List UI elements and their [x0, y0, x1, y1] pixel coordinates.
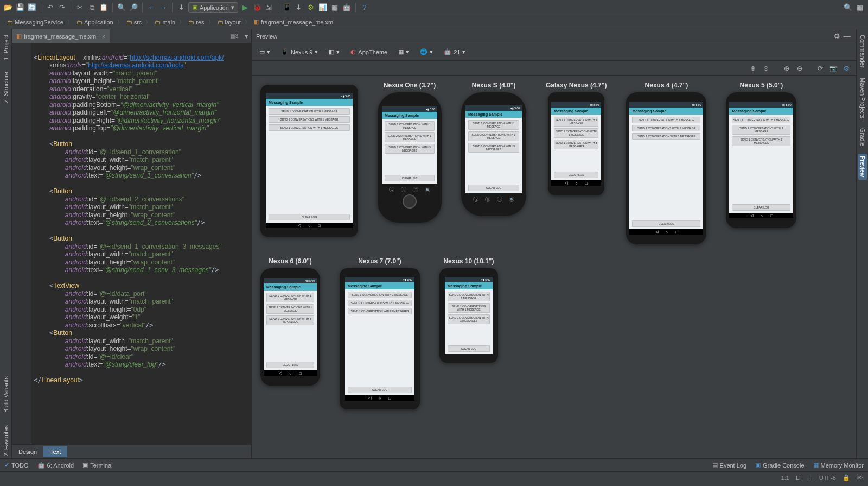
todo-tool[interactable]: ✔TODO [4, 462, 29, 469]
main-toolbar: 📂 💾 🔄 ↶ ↷ ✂ ⧉ 📋 🔍 🔎 ← → ⬇ ▣ Application … [0, 0, 868, 15]
text-tab[interactable]: Text [43, 446, 67, 457]
debug-icon[interactable]: 🐞 [252, 3, 262, 12]
build-variants-tab[interactable]: Build Variants [2, 374, 10, 415]
design-text-tabs: Design Text [12, 444, 251, 458]
preview-canvas[interactable]: ▾▮ 5:00 Messaging Sample SEND 1 CONVERSA… [252, 76, 856, 458]
open-icon[interactable]: 📂 [3, 3, 13, 12]
redo-icon[interactable]: ↷ [57, 3, 67, 12]
sdk-icon[interactable]: ⬇ [294, 3, 304, 12]
maven-tab[interactable]: Maven Projects [858, 75, 867, 121]
bottom-tool-bar: ✔TODO 🤖6: Android ▣Terminal ▤Event Log ▣… [0, 458, 868, 471]
project-tool-tab[interactable]: 1: Project [2, 33, 10, 62]
breadcrumb-item[interactable]: ◧fragment_message_me.xml [251, 17, 337, 27]
preview-header: Preview ⚙ — [252, 29, 856, 43]
structure-tool-tab[interactable]: Z: Structure [2, 70, 10, 105]
event-log-tool[interactable]: ▤Event Log [712, 462, 747, 469]
device-select[interactable]: ▭▾ [256, 47, 273, 56]
run-config-select[interactable]: ▣ Application ▾ [188, 2, 238, 13]
activity-select[interactable]: ▦▾ [395, 47, 412, 56]
device-preview[interactable]: Nexus 5 (5.0") ▾▮ 5:00 Messaging Sample … [726, 81, 796, 244]
paste-icon[interactable]: 📋 [99, 3, 108, 12]
zoom-actual-icon[interactable]: ⊕ [782, 64, 791, 73]
find-icon[interactable]: 🔍 [117, 3, 126, 12]
terminal-tool[interactable]: ▣Terminal [82, 462, 113, 469]
line-separator[interactable]: LF [796, 475, 803, 481]
help-icon[interactable]: ? [360, 3, 369, 12]
make-icon[interactable]: ⬇ [176, 3, 186, 12]
search-everywhere-icon[interactable]: 🔍 [843, 3, 853, 12]
settings-icon[interactable]: ▦ [855, 3, 865, 12]
breadcrumb-item[interactable]: 🗀src [124, 18, 145, 27]
memory-monitor-tool[interactable]: ▦Memory Monitor [813, 462, 864, 469]
screenshot-icon[interactable]: 📷 [829, 64, 838, 73]
commander-tab[interactable]: Commander [858, 33, 867, 70]
device-preview[interactable]: Nexus 6 (6.0") ▾▮ 5:00 Messaging Sample … [260, 257, 320, 409]
zoom-out-icon[interactable]: ⊖ [795, 64, 804, 73]
breadcrumb-item[interactable]: 🗀main [152, 18, 178, 27]
device-preview[interactable]: Nexus 10 (10.1") ▾▮ 5:00 Messaging Sampl… [439, 257, 498, 409]
dropdown-icon: ▾ [231, 4, 234, 11]
zoom-in-icon[interactable]: ⊕ [749, 64, 757, 73]
design-tab[interactable]: Design [12, 446, 43, 457]
editor-tab-bar: ◧ fragment_message_me.xml × ▦3 ▾ [12, 29, 251, 43]
back-icon[interactable]: ← [146, 3, 156, 12]
xml-file-icon: ◧ [16, 33, 22, 40]
gear-icon[interactable]: ⚙ [832, 31, 842, 41]
right-tool-gutter: Commander Maven Projects Gradle Preview [856, 29, 868, 458]
undo-icon[interactable]: ↶ [45, 3, 55, 12]
forward-icon[interactable]: → [158, 3, 168, 12]
zoom-fit-icon[interactable]: ⊙ [762, 64, 770, 73]
api-select[interactable]: 🤖21▾ [441, 47, 469, 56]
save-icon[interactable]: 💾 [15, 3, 25, 12]
refresh-icon[interactable]: ⟳ [816, 64, 825, 73]
theme-select[interactable]: ◐AppTheme [347, 47, 391, 56]
device-preview[interactable]: Galaxy Nexus (4.7") ▾▮ 5:00 Messaging Sa… [546, 81, 607, 244]
android-icon[interactable]: 🤖 [342, 3, 352, 12]
sync-icon[interactable]: 🔄 [27, 3, 37, 12]
close-tab-icon[interactable]: × [102, 33, 105, 40]
tab-badge: ▦3 [230, 33, 238, 39]
avd-icon[interactable]: 📱 [282, 3, 292, 12]
device-name-select[interactable]: 📱Nexus 9▾ [278, 47, 321, 56]
ddms-icon[interactable]: ⚙ [306, 3, 316, 12]
settings-icon[interactable]: ⚙ [842, 64, 851, 73]
device-preview[interactable]: Nexus S (4.0") ▾▮ 5:00 Messaging Sample … [461, 81, 526, 244]
attach-icon[interactable]: ⇲ [264, 3, 274, 12]
gradle-console-tool[interactable]: ▣Gradle Console [755, 462, 804, 469]
breadcrumb-item[interactable]: 🗀res [186, 18, 207, 27]
orientation-select[interactable]: ◧▾ [326, 47, 343, 56]
status-bar: 1:1 LF ÷ UTF-8 🔒 👁 [0, 471, 868, 483]
preview-zoom-bar: ⊕ ⊙ ⊕ ⊖ ⟳ 📷 ⚙ [252, 61, 856, 76]
run-config-label: Application [200, 4, 229, 11]
cut-icon[interactable]: ✂ [75, 3, 85, 12]
inspector-icon[interactable]: 👁 [857, 475, 863, 481]
structure-icon[interactable]: ▦ [330, 3, 340, 12]
locale-select[interactable]: 🌐▾ [417, 47, 436, 56]
editor-tab[interactable]: ◧ fragment_message_me.xml × [12, 29, 110, 43]
copy-icon[interactable]: ⧉ [87, 3, 97, 12]
gradle-tab[interactable]: Gradle [858, 126, 867, 148]
preview-tab[interactable]: Preview [858, 154, 867, 179]
device-preview[interactable]: ▾▮ 5:00 Messaging Sample SEND 1 CONVERSA… [260, 81, 358, 244]
android-tool[interactable]: 🤖6: Android [37, 462, 74, 469]
tab-menu-icon[interactable]: ▾ [241, 31, 251, 41]
hide-icon[interactable]: — [842, 31, 852, 41]
breadcrumb: 🗀MessagingService〉 🗀Application〉 🗀src〉 🗀… [0, 15, 868, 29]
preview-toolbar: ▭▾ 📱Nexus 9▾ ◧▾ ◐AppTheme ▦▾ 🌐▾ 🤖21▾ [252, 43, 856, 61]
run-icon[interactable]: ▶ [240, 3, 250, 12]
code-editor[interactable]: <LinearLayout xmlns:android="http://sche… [12, 43, 251, 444]
monitor-icon[interactable]: 📊 [318, 3, 328, 12]
editor-panel: ◧ fragment_message_me.xml × ▦3 ▾ <Linear… [12, 29, 252, 458]
device-preview[interactable]: Nexus 4 (4.7") ▾▮ 5:00 Messaging Sample … [626, 81, 706, 244]
device-preview[interactable]: Nexus 7 (7.0") ▾▮ 5:00 Messaging Sample … [340, 257, 420, 409]
editor-gutter [12, 43, 31, 444]
breadcrumb-item[interactable]: 🗀MessagingService [4, 18, 66, 27]
breadcrumb-item[interactable]: 🗀Application [74, 18, 116, 27]
replace-icon[interactable]: 🔎 [129, 3, 138, 12]
left-tool-gutter: 1: Project Z: Structure Build Variants 2… [0, 29, 12, 458]
file-encoding[interactable]: UTF-8 [819, 475, 836, 481]
lock-icon[interactable]: 🔒 [843, 474, 850, 481]
breadcrumb-item[interactable]: 🗀layout [215, 18, 244, 27]
favorites-tool-tab[interactable]: 2: Favorites [2, 423, 10, 458]
device-preview[interactable]: Nexus One (3.7") ▾▮ 5:00 Messaging Sampl… [378, 81, 442, 244]
